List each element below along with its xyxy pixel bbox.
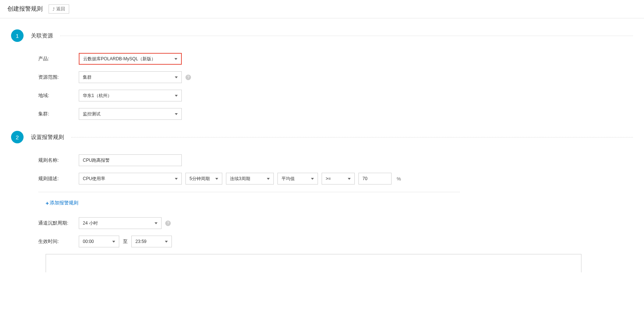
section-header-2: 2 设置报警规则 [11,131,633,143]
step-badge-2: 2 [11,131,24,143]
back-arrow-icon: ⤴ [53,7,55,11]
add-rule-label: 添加报警规则 [50,200,78,206]
help-icon[interactable]: ? [165,221,171,226]
label-scope: 资源范围: [38,74,79,80]
select-region[interactable]: 华东1（杭州） [79,90,182,101]
select-period[interactable]: 5分钟周期 [185,173,222,185]
section-title-2: 设置报警规则 [31,134,64,141]
select-silence-value: 24 小时 [83,220,98,226]
chevron-down-icon [175,95,178,97]
label-product: 产品: [38,56,79,62]
plus-icon: + [46,200,49,206]
chevron-down-icon [175,178,178,180]
select-time-end[interactable]: 23:59 [131,236,172,247]
select-consecutive-value: 连续3周期 [230,176,250,182]
bottom-container [46,254,581,272]
divider-dotted [71,137,633,137]
input-threshold[interactable] [358,173,392,185]
label-cluster: 集群: [38,111,79,117]
back-button[interactable]: ⤴ 返回 [49,4,69,14]
label-effective-time: 生效时间: [38,238,79,245]
label-rule-desc: 规则描述: [38,175,79,182]
section-resource: 1 关联资源 产品: 云数据库POLARDB-MySQL（新版） 资源范围: 集… [11,29,633,120]
label-rule-name: 规则名称: [38,157,79,164]
chevron-down-icon [215,178,218,180]
section-alarm-rule: 2 设置报警规则 规则名称: 规则描述: CPU使用率 5分钟周期 连续3周期 [11,131,633,272]
chevron-down-icon [174,58,177,60]
page-header: 创建报警规则 ⤴ 返回 [0,0,644,18]
label-region: 地域: [38,92,79,99]
select-time-start-value: 00:00 [83,239,94,244]
select-scope[interactable]: 集群 [79,71,182,83]
row-rule-desc: 规则描述: CPU使用率 5分钟周期 连续3周期 平均值 [11,173,633,185]
content-area: 1 关联资源 产品: 云数据库POLARDB-MySQL（新版） 资源范围: 集… [0,18,644,272]
row-scope: 资源范围: 集群 ? [11,71,633,83]
percent-label: % [397,176,401,182]
row-rule-name: 规则名称: [11,154,633,166]
select-metric[interactable]: CPU使用率 [79,173,182,185]
row-product: 产品: 云数据库POLARDB-MySQL（新版） [11,53,633,65]
chevron-down-icon [175,76,178,78]
add-rule-button[interactable]: + 添加报警规则 [18,200,78,206]
section-header-1: 1 关联资源 [11,29,633,42]
row-effective-time: 生效时间: 00:00 至 23:59 [11,236,633,247]
select-time-start[interactable]: 00:00 [79,236,119,247]
select-scope-value: 集群 [83,74,92,80]
select-region-value: 华东1（杭州） [83,93,112,99]
time-separator: 至 [123,238,128,245]
select-cluster[interactable]: 监控测试 [79,108,182,120]
select-operator[interactable]: >= [322,173,355,185]
select-period-value: 5分钟周期 [190,176,210,182]
divider-line [38,192,460,192]
chevron-down-icon [175,113,178,115]
select-operator-value: >= [326,176,331,181]
select-metric-value: CPU使用率 [83,176,105,182]
help-icon[interactable]: ? [185,75,191,80]
select-time-end-value: 23:59 [135,239,146,244]
chevron-down-icon [267,178,270,180]
select-stat-value: 平均值 [282,176,295,182]
input-rule-name[interactable] [79,154,182,166]
step-badge-1: 1 [11,29,24,42]
select-cluster-value: 监控测试 [83,111,100,117]
select-product[interactable]: 云数据库POLARDB-MySQL（新版） [79,53,182,65]
select-consecutive[interactable]: 连续3周期 [226,173,274,185]
chevron-down-icon [155,222,158,224]
section-title-1: 关联资源 [31,32,53,39]
back-label: 返回 [56,6,65,12]
select-product-value: 云数据库POLARDB-MySQL（新版） [83,56,156,62]
row-cluster: 集群: 监控测试 [11,108,633,120]
label-silence: 通道沉默周期: [38,220,79,226]
row-region: 地域: 华东1（杭州） [11,90,633,101]
chevron-down-icon [165,241,168,243]
page-title: 创建报警规则 [7,5,43,13]
chevron-down-icon [348,178,351,180]
chevron-down-icon [112,241,115,243]
row-silence: 通道沉默周期: 24 小时 ? [11,217,633,229]
select-silence[interactable]: 24 小时 [79,217,162,229]
select-stat[interactable]: 平均值 [277,173,318,185]
chevron-down-icon [311,178,314,180]
divider-dotted [60,36,633,36]
